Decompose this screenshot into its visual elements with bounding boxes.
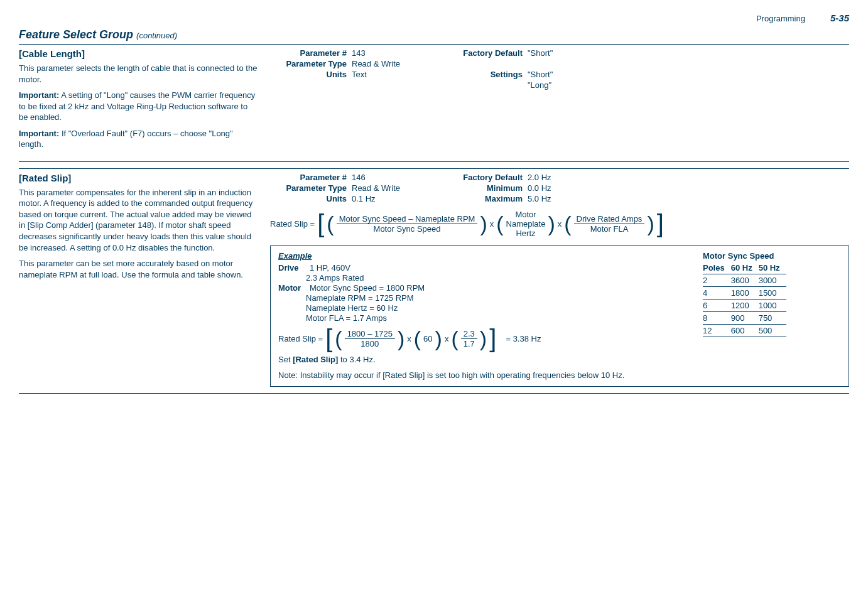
- motor-row: Motor Motor Sync Speed = 1800 RPM: [278, 283, 684, 293]
- times: x: [490, 219, 494, 229]
- sixty: 60: [423, 334, 432, 343]
- denominator: Motor Sync Speed: [371, 224, 443, 234]
- table-row: 612001000: [703, 299, 786, 311]
- paren-close: ): [647, 217, 654, 230]
- bracket-close: ]: [657, 216, 664, 231]
- group-title: Feature Select Group (continued): [19, 28, 849, 41]
- value: 0.1 Hz: [352, 194, 446, 203]
- label: Parameter Type: [270, 183, 352, 193]
- fraction: 2.3 1.7: [461, 329, 477, 348]
- paren-open: (: [496, 217, 503, 230]
- times: x: [445, 334, 449, 343]
- desc-line: This parameter compensates for the inher…: [19, 187, 258, 253]
- denominator: Motor FLA: [588, 224, 631, 234]
- example-formula: Rated Slip = [ ( 1800 – 1725 1800 ) x ( …: [278, 329, 684, 348]
- page-header: Programming 5-35: [19, 13, 849, 23]
- motor-line: Motor FLA = 1.7 Amps: [306, 313, 684, 323]
- formula-result: = 3.38 Hz: [506, 334, 541, 343]
- label: Factory Default: [446, 173, 528, 182]
- col-header: Poles: [703, 262, 731, 274]
- label: Units: [270, 70, 352, 79]
- param-grid: Parameter # 146 Factory Default 2.0 Hz P…: [270, 173, 849, 203]
- paren-close: ): [548, 217, 555, 230]
- value: Read & Write: [352, 183, 446, 193]
- numerator: Drive Rated Amps: [574, 214, 645, 224]
- bracket-open: [: [325, 331, 332, 346]
- formula-lhs: Rated Slip =: [278, 334, 323, 343]
- value: Read & Write: [352, 59, 446, 68]
- important-label: Important:: [19, 129, 59, 138]
- motor-line: Motor Sync Speed = 1800 RPM: [310, 283, 425, 293]
- param-block-rated-slip: [Rated Slip] This parameter compensates …: [19, 168, 849, 394]
- desc-line: This parameter selects the length of cab…: [19, 63, 258, 85]
- paren-open: (: [335, 332, 342, 345]
- bracket-open: [: [317, 216, 324, 231]
- paren-close: ): [435, 332, 442, 345]
- label: Minimum: [446, 183, 528, 193]
- stack: Motor Nameplate Hertz: [506, 210, 546, 238]
- denominator: 1.7: [461, 339, 477, 348]
- paren-open: (: [564, 217, 571, 230]
- table-row: 12600500: [703, 324, 786, 337]
- table-row: 236003000: [703, 274, 786, 286]
- label: Factory Default: [446, 48, 528, 58]
- important-label: Important:: [19, 90, 59, 100]
- drive-label: Drive: [278, 263, 306, 273]
- bracket-close: ]: [489, 331, 496, 346]
- paren-open: (: [414, 332, 421, 345]
- denominator: 1800: [358, 339, 381, 348]
- paren-open: (: [327, 217, 334, 230]
- stack-top: Motor: [515, 210, 536, 219]
- set-line: Set [Rated Slip] to 3.4 Hz.: [278, 355, 684, 364]
- stack-mid: Nameplate: [506, 219, 546, 229]
- value: 2.0 Hz: [528, 173, 849, 182]
- numerator: 2.3: [461, 329, 477, 339]
- paren-open: (: [451, 332, 458, 345]
- paren-close: ): [398, 332, 404, 345]
- stack-bot: Hertz: [516, 229, 535, 238]
- group-continued: (continued): [136, 31, 177, 40]
- section-name: Programming: [756, 14, 805, 23]
- value: Text: [352, 70, 446, 79]
- drive-amps: 2.3 Amps Rated: [306, 273, 684, 283]
- param-block-cable-length: [Cable Length] This parameter selects th…: [19, 44, 849, 162]
- label: Settings: [446, 70, 528, 79]
- value: 0.0 Hz: [528, 183, 849, 193]
- value: "Short": [528, 48, 849, 58]
- desc-line: Important: If "Overload Fault" (F7) occu…: [19, 128, 258, 150]
- value: "Short": [528, 70, 849, 79]
- times: x: [407, 334, 411, 343]
- page-number: 5-35: [830, 13, 849, 23]
- motor-list: Nameplate RPM = 1725 RPM Nameplate Hertz…: [306, 293, 684, 323]
- drive-value: 1 HP, 460V: [310, 263, 350, 273]
- paren-close: ): [480, 332, 487, 345]
- fraction: Drive Rated Amps Motor FLA: [574, 214, 645, 234]
- table-header-row: Poles 60 Hz 50 Hz: [703, 262, 786, 274]
- table-row: 418001500: [703, 286, 786, 299]
- label: Maximum: [446, 194, 528, 203]
- table-row: 8900750: [703, 311, 786, 324]
- value: 5.0 Hz: [528, 194, 849, 203]
- label: Units: [270, 194, 352, 203]
- drive-row: Drive 1 HP, 460V: [278, 263, 684, 273]
- fraction: 1800 – 1725 1800: [345, 329, 395, 348]
- label: Parameter #: [270, 48, 352, 58]
- col-header: 60 Hz: [731, 262, 759, 274]
- value: 143: [352, 48, 446, 58]
- param-grid: Parameter # 143 Factory Default "Short" …: [270, 48, 849, 90]
- paren-close: ): [480, 217, 487, 230]
- param-title: [Cable Length]: [19, 48, 258, 59]
- desc-line: This parameter can be set more accuratel…: [19, 258, 258, 280]
- example-box: Example Drive 1 HP, 460V 2.3 Amps Rated …: [270, 246, 849, 387]
- times: x: [558, 219, 562, 229]
- note-line: Note: Instability may occur if [Rated Sl…: [278, 370, 684, 380]
- param-description: This parameter compensates for the inher…: [19, 187, 258, 280]
- value: "Long": [528, 80, 849, 90]
- sync-table: Poles 60 Hz 50 Hz 236003000 418001500 61…: [703, 262, 786, 337]
- formula-lhs: Rated Slip =: [270, 219, 315, 229]
- label: Parameter Type: [270, 59, 352, 68]
- group-title-text: Feature Select Group: [19, 28, 133, 41]
- rated-slip-formula: Rated Slip = [ ( Motor Sync Speed – Name…: [270, 210, 849, 238]
- fraction: Motor Sync Speed – Nameplate RPM Motor S…: [337, 214, 478, 234]
- param-title: [Rated Slip]: [19, 173, 258, 183]
